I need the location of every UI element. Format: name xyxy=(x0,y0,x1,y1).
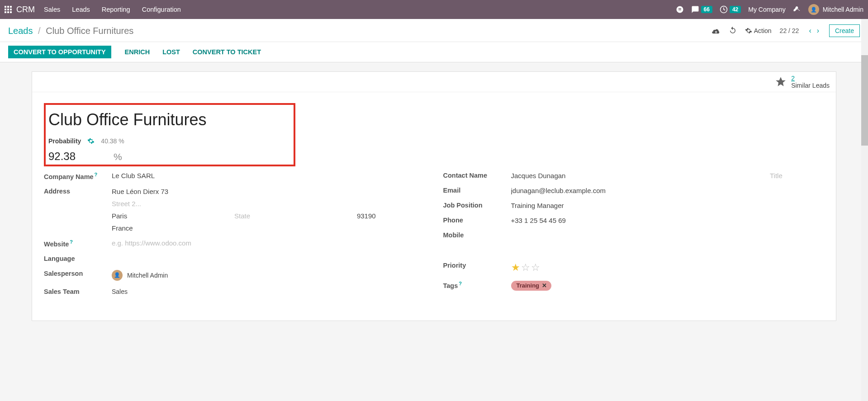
salesteam-value[interactable]: Sales xyxy=(112,288,128,295)
help-icon[interactable]: ? xyxy=(70,239,73,245)
contact-title-input[interactable] xyxy=(770,172,824,179)
svg-rect-7 xyxy=(7,11,9,13)
phone-label: Phone xyxy=(443,217,511,224)
help-icon[interactable]: ? xyxy=(459,281,462,286)
crumb-leads[interactable]: Leads xyxy=(8,26,33,36)
email-input[interactable] xyxy=(511,187,825,194)
street-input[interactable] xyxy=(112,188,425,195)
undo-icon[interactable] xyxy=(729,26,737,36)
tools-icon[interactable] xyxy=(793,5,801,14)
zip-input[interactable] xyxy=(357,212,425,220)
brand[interactable]: CRM xyxy=(16,5,35,14)
country-input[interactable] xyxy=(112,224,425,232)
breadcrumb: Leads / Club Office Furnitures xyxy=(8,26,711,36)
phone-icon[interactable] xyxy=(676,5,684,14)
auto-probability-hint: 40.38 % xyxy=(101,137,124,145)
create-button[interactable]: Create xyxy=(829,24,860,37)
website-input[interactable] xyxy=(112,239,425,247)
gear-icon xyxy=(745,27,752,34)
city-input[interactable] xyxy=(112,212,225,220)
tag-remove-icon[interactable]: ✕ xyxy=(542,282,547,289)
position-input[interactable] xyxy=(511,202,825,209)
company-selector[interactable]: My Company xyxy=(748,6,785,13)
website-label: Website xyxy=(44,241,69,248)
enrich-button[interactable]: ENRICH xyxy=(119,46,156,58)
language-input[interactable] xyxy=(112,255,425,263)
lead-title[interactable]: Club Office Furnitures xyxy=(48,110,291,129)
street2-input[interactable] xyxy=(112,200,425,208)
cloud-upload-icon[interactable] xyxy=(711,27,721,35)
priority-label: Priority xyxy=(443,262,511,274)
pager-next[interactable]: › xyxy=(815,27,821,34)
top-nav: CRM Sales Leads Reporting Configuration … xyxy=(0,0,868,19)
discuss-button[interactable]: 66 xyxy=(691,5,712,14)
contact-name-input[interactable] xyxy=(511,172,762,179)
salesteam-label: Sales Team xyxy=(44,288,112,295)
tag-label: Training xyxy=(517,282,540,289)
mobile-input[interactable] xyxy=(511,231,825,239)
salesperson-value[interactable]: Mitchell Admin xyxy=(127,272,168,279)
chat-icon xyxy=(691,5,699,14)
activities-badge: 42 xyxy=(730,6,741,13)
svg-rect-3 xyxy=(5,9,6,10)
probability-label: Probability xyxy=(48,137,81,145)
tags-label: Tags xyxy=(443,282,458,289)
nav-reporting[interactable]: Reporting xyxy=(102,6,130,13)
probability-input[interactable] xyxy=(48,150,112,163)
nav-right: 66 42 My Company 👤 Mitchell Admin xyxy=(676,4,863,15)
state-input[interactable] xyxy=(234,212,348,220)
similar-leads-button[interactable]: 2 Similar Leads xyxy=(775,75,830,89)
status-bar: CONVERT TO OPPORTUNITY ENRICH LOST CONVE… xyxy=(0,42,868,62)
crumb-sep: / xyxy=(38,26,41,36)
star-icon xyxy=(775,76,787,88)
convert-ticket-button[interactable]: CONVERT TO TICKET xyxy=(187,46,266,58)
priority-stars: ★☆☆ xyxy=(511,262,825,274)
company-input[interactable] xyxy=(112,172,425,179)
nav-leads[interactable]: Leads xyxy=(72,6,90,13)
star-2[interactable]: ☆ xyxy=(521,262,531,273)
convert-opportunity-button[interactable]: CONVERT TO OPPORTUNITY xyxy=(8,46,111,58)
address-label: Address xyxy=(44,188,112,232)
highlight-box: Club Office Furnitures Probability 40.38… xyxy=(44,103,295,166)
salesperson-avatar: 👤 xyxy=(112,270,123,281)
scrollbar-thumb[interactable] xyxy=(861,55,868,146)
scrollbar[interactable] xyxy=(861,19,868,321)
phone-input[interactable] xyxy=(511,217,825,224)
form-sheet: 2 Similar Leads Club Office Furnitures P… xyxy=(32,71,836,321)
percent-symbol: % xyxy=(114,151,122,162)
auto-probability-button[interactable] xyxy=(87,137,95,145)
nav-sales[interactable]: Sales xyxy=(44,6,60,13)
star-3[interactable]: ☆ xyxy=(531,262,541,273)
action-dropdown[interactable]: Action xyxy=(745,27,772,34)
svg-rect-6 xyxy=(5,11,6,13)
language-label: Language xyxy=(44,255,112,263)
svg-rect-1 xyxy=(7,6,9,8)
svg-rect-5 xyxy=(10,9,12,10)
svg-rect-4 xyxy=(7,9,9,10)
svg-rect-8 xyxy=(10,11,12,13)
pager-arrows: ‹ › xyxy=(807,27,821,35)
star-1[interactable]: ★ xyxy=(511,262,521,273)
similar-label: Similar Leads xyxy=(791,82,830,89)
user-name: Mitchell Admin xyxy=(823,6,863,13)
help-icon[interactable]: ? xyxy=(95,172,98,177)
similar-count: 2 xyxy=(791,75,830,82)
svg-rect-2 xyxy=(10,6,12,8)
pager: 22 / 22 xyxy=(780,27,799,34)
clock-icon xyxy=(720,5,728,14)
apps-icon[interactable] xyxy=(5,6,12,13)
tag-training[interactable]: Training✕ xyxy=(511,281,552,291)
svg-rect-0 xyxy=(5,6,6,8)
control-panel: Leads / Club Office Furnitures Action 22… xyxy=(0,19,868,42)
crumb-current: Club Office Furnitures xyxy=(46,26,133,36)
cp-right: Action 22 / 22 ‹ › Create xyxy=(711,24,860,37)
pager-prev[interactable]: ‹ xyxy=(807,27,813,34)
nav-configuration[interactable]: Configuration xyxy=(142,6,181,13)
salesperson-label: Salesperson xyxy=(44,270,112,281)
email-label: Email xyxy=(443,187,511,194)
mobile-label: Mobile xyxy=(443,231,511,239)
user-menu[interactable]: 👤 Mitchell Admin xyxy=(808,4,863,15)
position-label: Job Position xyxy=(443,202,511,209)
lost-button[interactable]: LOST xyxy=(157,46,185,58)
activities-button[interactable]: 42 xyxy=(720,5,741,14)
